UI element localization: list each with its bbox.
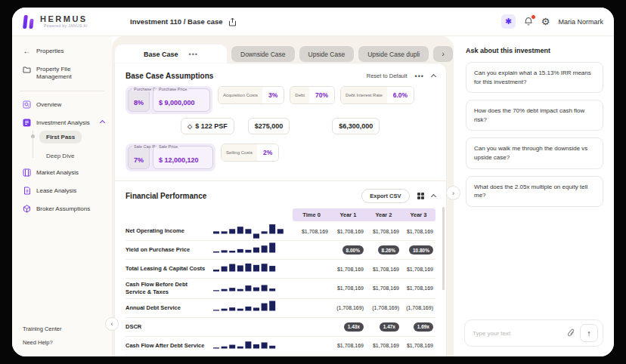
sidebar-item-file-management[interactable]: Property File Management xyxy=(23,65,104,81)
card-scrollbar[interactable] xyxy=(442,207,445,290)
lease-analysis-icon xyxy=(23,187,31,195)
broker-assumptions-icon xyxy=(23,205,31,213)
sidebar-item-investment-analysis[interactable]: Investment Analysis xyxy=(23,119,104,127)
sparkline-chart xyxy=(210,260,293,278)
debt-interest-rate-field[interactable]: Debt Interest Rate 6.0% xyxy=(340,86,414,104)
scenario-tabs: Base Case ••• Downside Case Upside Case … xyxy=(115,45,446,63)
column-header: Year 2 xyxy=(366,211,401,218)
tab-upside-case[interactable]: Upside Case xyxy=(299,46,355,62)
sale-cap-rate-field[interactable]: Sale Cap Rate 7% xyxy=(128,146,150,169)
suggested-question[interactable]: Can you explain what a 15.13% IRR means … xyxy=(466,62,603,93)
sidebar-collapse-button[interactable]: ‹ xyxy=(105,317,119,331)
row-label: Net Operating Income xyxy=(126,225,210,237)
tab-upside-case-duplicate[interactable]: Upside Case dupli xyxy=(358,46,429,62)
expand-grid-icon[interactable] xyxy=(417,193,425,200)
row-value: $1,708,169 xyxy=(366,343,401,348)
row-value: $1,708,169 xyxy=(401,285,435,291)
acquisition-costs-field[interactable]: Acquisition Costs 3% xyxy=(218,86,284,104)
chat-collapse-button[interactable]: › xyxy=(446,186,460,200)
purchase-cap-rate-field[interactable]: Purchase Cap Rate 8% xyxy=(128,88,150,112)
breadcrumb: Investment 110 / Base case xyxy=(130,17,223,26)
hermus-logo-icon xyxy=(23,15,36,29)
suggested-question[interactable]: Can you walk me through the downside vs … xyxy=(466,137,603,168)
share-icon[interactable] xyxy=(228,17,237,26)
sidebar-item-broker-assumptions[interactable]: Broker Assumptions xyxy=(23,205,104,213)
row-value: $1,708,169 xyxy=(366,229,401,234)
tab-downside-case[interactable]: Downside Case xyxy=(231,46,295,62)
topbar: HERMUS Powered by JANUS AI Investment 11… xyxy=(12,8,614,36)
purchase-price-field[interactable]: Purchase Price $ 9,000,000 xyxy=(153,88,210,112)
table-header-row: Time 0 Year 1 Year 2 Year 3 xyxy=(126,208,435,221)
column-header: Year 1 xyxy=(330,211,366,218)
tab-options-icon[interactable]: ••• xyxy=(189,51,198,58)
column-header: Time 0 xyxy=(293,211,330,218)
performance-collapse-icon[interactable] xyxy=(431,194,436,199)
reset-to-default-button[interactable]: Reset to Default xyxy=(367,72,408,79)
row-value: $1,708,169 xyxy=(366,285,401,291)
row-value: (1,708,169) xyxy=(366,305,401,310)
row-value: $1,708,169 xyxy=(401,343,435,348)
row-value: $1,708,169 xyxy=(401,267,435,272)
sidebar-item-lease-analysis[interactable]: Lease Analysis xyxy=(23,187,104,195)
training-center-link[interactable]: Training Center xyxy=(23,325,61,332)
row-value: 8.00% xyxy=(330,245,366,254)
row-value: (1,708,169) xyxy=(401,305,435,310)
row-label: Annual Debt Service xyxy=(126,302,210,314)
suggested-question[interactable]: How does the 70% debt impact cash flow r… xyxy=(466,100,603,131)
table-row: Net Operating Income$1,708,169$1,708,169… xyxy=(126,222,435,241)
row-label: DSCR xyxy=(126,321,210,333)
row-value: $1,708,169 xyxy=(330,343,366,348)
need-help-link[interactable]: Need Help? xyxy=(23,339,61,346)
notifications-bell-icon[interactable] xyxy=(524,17,533,26)
debt-field[interactable]: Debt 70% xyxy=(290,86,335,104)
app-logo[interactable]: HERMUS Powered by JANUS AI xyxy=(23,15,112,29)
brand-name: HERMUS xyxy=(40,15,88,23)
table-row: Yield on Purchase Price8.00%8.26%10.80% xyxy=(126,241,435,260)
investment-analysis-icon xyxy=(23,119,31,127)
chat-title: Ask about this investment xyxy=(466,47,603,54)
table-row: DSCR1.43x1.47x1.69x xyxy=(126,318,435,337)
performance-title: Financial Performance xyxy=(126,192,206,200)
selling-costs-field[interactable]: Selling Costs 2% xyxy=(221,143,279,162)
row-label: Yield on Purchase Price xyxy=(126,244,210,256)
scenario-card: Base Case Assumptions Reset to Default •… xyxy=(115,63,446,356)
acquisition-costs-amount[interactable]: $275,000 xyxy=(248,118,290,134)
sidebar-subitem-first-pass[interactable]: First Pass xyxy=(39,131,104,143)
user-name[interactable]: Maria Normark xyxy=(558,18,603,26)
market-analysis-icon xyxy=(23,168,31,177)
sidebar-subitem-deep-dive[interactable]: Deep Dive xyxy=(39,151,104,161)
row-value: $1,708,169 xyxy=(293,229,330,234)
send-button[interactable]: ↑ xyxy=(580,324,598,342)
tabs-scroll-right-button[interactable]: › xyxy=(433,46,453,62)
sidebar-divider xyxy=(20,91,104,91)
row-value: $1,708,169 xyxy=(330,267,366,272)
settings-gear-icon[interactable]: ⚙ xyxy=(541,17,550,26)
sale-price-field[interactable]: Sale Price $ 12,000,120 xyxy=(153,146,213,169)
assumptions-menu-icon[interactable]: ••• xyxy=(415,72,424,80)
assumptions-collapse-icon[interactable] xyxy=(431,74,436,79)
row-value: 1.47x xyxy=(366,322,401,332)
export-csv-button[interactable]: Export CSV xyxy=(361,189,409,203)
suggested-question[interactable]: What does the 2.05x multiple on equity t… xyxy=(466,176,603,207)
row-value: $1,708,169 xyxy=(330,229,366,234)
debt-amount[interactable]: $6,300,000 xyxy=(332,118,380,134)
investment-analysis-subtree: First Pass Deep Dive xyxy=(23,131,104,161)
sparkline-chart xyxy=(210,279,293,298)
chat-text-input[interactable] xyxy=(473,330,567,337)
ai-assistant-button[interactable]: ✱ xyxy=(501,14,516,29)
table-row: Annual Debt Service(1,708,169)(1,708,169… xyxy=(126,299,435,318)
tab-base-case[interactable]: Base Case ••• xyxy=(115,45,227,63)
column-header: Year 3 xyxy=(401,211,435,218)
sidebar-item-properties[interactable]: ← Properties xyxy=(23,47,104,55)
attach-paperclip-icon[interactable] xyxy=(567,329,575,338)
sidebar-item-overview[interactable]: Overview xyxy=(23,100,104,109)
main-area: Base Case ••• Downside Case Upside Case … xyxy=(112,36,454,356)
sparkline-chart xyxy=(210,299,293,317)
chat-panel: › Ask about this investment Can you expl… xyxy=(454,36,614,356)
row-label: Cash Flow Before Debt Service & Taxes xyxy=(126,279,210,298)
row-value: 1.69x xyxy=(401,322,435,332)
sparkline-chart xyxy=(210,241,293,259)
brand-tagline: Powered by JANUS AI xyxy=(40,23,88,28)
row-label: Total Leasing & Capital Costs xyxy=(126,263,210,275)
sidebar-item-market-analysis[interactable]: Market Analysis xyxy=(23,168,104,177)
